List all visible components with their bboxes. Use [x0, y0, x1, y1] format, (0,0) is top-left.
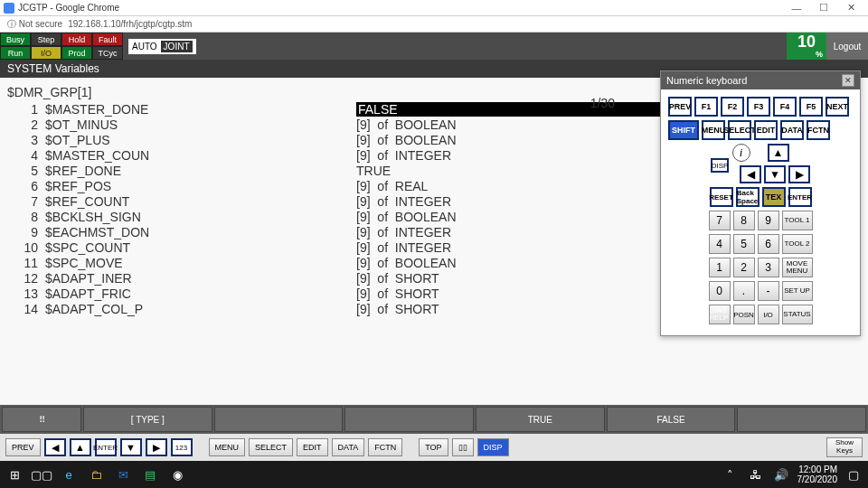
shift-button[interactable]: SHIFT [668, 120, 699, 140]
true-button[interactable]: TRUE [476, 407, 605, 432]
variable-value: [9] of SHORT [356, 286, 439, 301]
bottom-fctn-button[interactable]: FCTN [368, 438, 402, 456]
variable-name: $MASTER_COUN [45, 148, 356, 163]
keypad-icon-button[interactable]: 123 [171, 438, 193, 456]
network-icon[interactable]: 🖧 [747, 465, 765, 483]
arrow-up-icon[interactable]: ▲ [70, 438, 91, 456]
diag-help-button[interactable]: DIAG HELP [709, 305, 731, 324]
arrow-up-button[interactable]: ▲ [768, 144, 789, 162]
tray-up-icon[interactable]: ˄ [722, 465, 740, 483]
arrow-right-button[interactable]: ▶ [788, 165, 810, 183]
numkey-dot[interactable]: . [733, 281, 755, 301]
f4-button[interactable]: F4 [773, 97, 797, 117]
prev-button[interactable]: PREV [668, 97, 692, 117]
io-button[interactable]: I/O [758, 305, 779, 324]
posn-button[interactable]: POSN [733, 305, 755, 324]
numpad-row-3: 1 2 3 MOVE MENU [668, 258, 853, 277]
excel-icon[interactable]: ▤ [141, 465, 159, 483]
numeric-keyboard-header[interactable]: Numeric keyboard ✕ [661, 71, 860, 89]
numkey-5[interactable]: 5 [733, 234, 755, 254]
outlook-icon[interactable]: ✉ [114, 465, 132, 483]
select-button[interactable]: SELECT [728, 120, 751, 140]
tex-button[interactable]: TEX [762, 187, 786, 207]
bottom-data-button[interactable]: DATA [332, 438, 365, 456]
f2-button[interactable]: F2 [721, 97, 744, 117]
numkey-2[interactable]: 2 [733, 258, 755, 277]
minimize-button[interactable]: — [783, 3, 810, 14]
url-text[interactable]: 192.168.1.10/frh/jcgtp/cgtp.stm [68, 19, 192, 29]
speed-indicator[interactable]: 10 % [787, 33, 826, 60]
menu-button[interactable]: MENU [702, 120, 725, 140]
chrome-title-bar: JCGTP - Google Chrome — ☐ ✕ [0, 0, 868, 16]
explorer-icon[interactable]: 🗀 [87, 465, 105, 483]
bottom-prev-button[interactable]: PREV [5, 438, 41, 456]
edit-button[interactable]: EDIT [754, 120, 778, 140]
type-button[interactable]: [ TYPE ] [83, 407, 212, 432]
arrow-right-icon[interactable]: ▶ [146, 438, 167, 456]
tool2-button[interactable]: TOOL 2 [782, 234, 813, 254]
taskview-icon[interactable]: ▢▢ [33, 465, 51, 483]
arrow-down-button[interactable]: ▼ [764, 165, 786, 183]
setup-button[interactable]: SET UP [782, 281, 813, 301]
numkey-9[interactable]: 9 [758, 211, 779, 230]
tool1-button[interactable]: TOOL 1 [782, 211, 813, 230]
softkey-blank-2[interactable] [344, 407, 474, 432]
softkey-blank-1[interactable] [214, 407, 344, 432]
edge-icon[interactable]: e [60, 465, 78, 483]
numkey-0[interactable]: 0 [709, 281, 731, 301]
arrow-down-icon[interactable]: ▼ [120, 438, 142, 456]
grid-icon-button[interactable]: ⠿ [2, 407, 81, 432]
maximize-button[interactable]: ☐ [810, 2, 837, 14]
disp-mini-button[interactable]: DISP [711, 158, 729, 173]
numkey-3[interactable]: 3 [758, 258, 779, 277]
speed-unit: % [816, 50, 823, 59]
numeric-keyboard-panel: Numeric keyboard ✕ PREV F1 F2 F3 F4 F5 N… [660, 70, 861, 336]
split-screen-button[interactable]: ▯▯ [452, 438, 474, 456]
numkey-6[interactable]: 6 [758, 234, 779, 254]
mode-badge: AUTO JOINT [128, 39, 196, 54]
numkey-1[interactable]: 1 [709, 258, 731, 277]
next-button[interactable]: NEXT [826, 97, 849, 117]
security-status[interactable]: ⓘ Not secure [7, 18, 62, 31]
top-button[interactable]: TOP [419, 438, 448, 456]
enter-icon-button[interactable]: ENTER [95, 438, 117, 456]
close-window-button[interactable]: ✕ [837, 2, 864, 14]
notifications-icon[interactable]: ▢ [844, 465, 863, 483]
false-button[interactable]: FALSE [607, 407, 736, 432]
bottom-edit-button[interactable]: EDIT [297, 438, 328, 456]
start-icon[interactable]: ⊞ [5, 465, 24, 483]
bottom-select-button[interactable]: SELECT [249, 438, 293, 456]
softkey-blank-3[interactable] [737, 407, 866, 432]
edit-row: RESET Back Space TEX ENTER [668, 187, 853, 207]
status-button[interactable]: STATUS [782, 305, 813, 324]
clock[interactable]: 12:00 PM 7/20/2020 [797, 465, 838, 484]
f3-button[interactable]: F3 [747, 97, 770, 117]
disp-button[interactable]: DISP [477, 438, 509, 456]
f1-button[interactable]: F1 [694, 97, 718, 117]
show-keys-button[interactable]: Show Keys [826, 437, 863, 457]
logout-button[interactable]: Logout [826, 33, 868, 60]
status-tcyc: TCyc [92, 46, 123, 60]
numkey-minus[interactable]: - [758, 281, 779, 301]
volume-icon[interactable]: 🔊 [772, 465, 790, 483]
numkey-7[interactable]: 7 [709, 211, 731, 230]
line-number: 14 [7, 302, 38, 316]
data-button[interactable]: DATA [780, 120, 804, 140]
backspace-button[interactable]: Back Space [736, 187, 760, 207]
bottom-menu-button[interactable]: MENU [209, 438, 246, 456]
numkey-4[interactable]: 4 [709, 234, 731, 254]
arrow-left-button[interactable]: ◀ [740, 165, 761, 183]
arrow-left-icon[interactable]: ◀ [44, 438, 66, 456]
variable-value: [9] of SHORT [356, 271, 439, 286]
fkey-row: PREV F1 F2 F3 F4 F5 NEXT [668, 97, 853, 117]
info-icon[interactable]: i [732, 144, 750, 162]
fctn-button[interactable]: FCTN [807, 120, 830, 140]
close-icon[interactable]: ✕ [842, 74, 854, 87]
chrome-taskbar-icon[interactable]: ◉ [168, 465, 186, 483]
numkey-8[interactable]: 8 [733, 211, 755, 230]
reset-button[interactable]: RESET [710, 187, 733, 207]
f5-button[interactable]: F5 [799, 97, 823, 117]
menu-row: SHIFT MENU SELECT EDIT DATA FCTN [668, 120, 853, 140]
enter-button[interactable]: ENTER [788, 187, 812, 207]
movemenu-button[interactable]: MOVE MENU [782, 258, 813, 277]
